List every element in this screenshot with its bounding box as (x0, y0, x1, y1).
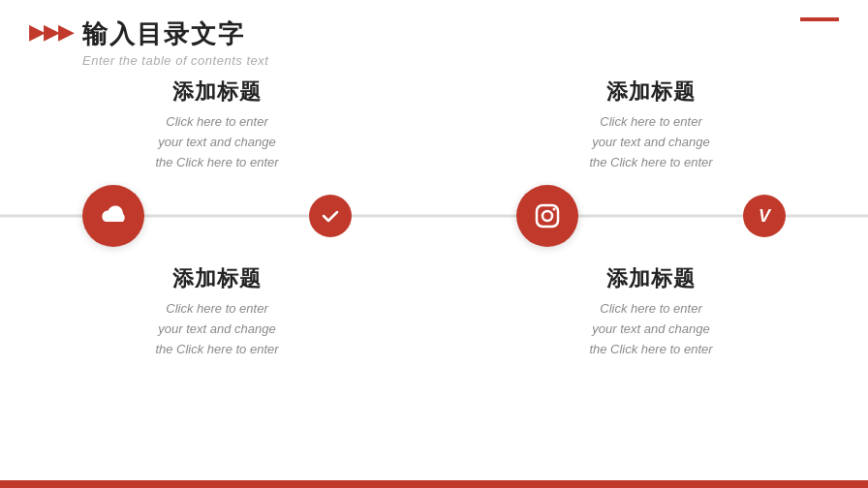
col2-bottom-line2: your text and change (592, 321, 709, 336)
col1-bottom-title: 添加标题 (172, 264, 262, 293)
col1-top-title: 添加标题 (172, 77, 262, 107)
col1-bottom-text: Click here to enter your text and change… (155, 299, 278, 359)
column-2-top: 添加标题 Click here to enter your text and c… (434, 77, 868, 172)
svg-point-2 (553, 208, 556, 211)
col1-top-line1: Click here to enter (166, 114, 268, 129)
header-subtitle: Enter the table of contents text (82, 53, 268, 68)
header-text-block: 输入目录文字 Enter the table of contents text (82, 17, 268, 68)
main-content: 添加标题 Click here to enter your text and c… (0, 77, 868, 360)
col2-top-line2: your text and change (592, 135, 709, 149)
col1-bottom-line2: your text and change (158, 321, 275, 336)
header-accent-line (800, 17, 839, 21)
top-columns: 添加标题 Click here to enter your text and c… (0, 77, 868, 172)
col1-timeline (0, 185, 434, 247)
col2-top-line3: the Click here to enter (589, 155, 712, 169)
cloud-icon (96, 198, 131, 233)
col1-top-text: Click here to enter your text and change… (155, 112, 278, 172)
check-icon-circle (309, 195, 352, 237)
col2-bottom-text: Click here to enter your text and change… (589, 299, 712, 359)
header-title: 输入目录文字 (82, 17, 268, 51)
col2-bottom-line1: Click here to enter (600, 301, 702, 316)
check-icon (320, 205, 341, 227)
timeline-row: V (0, 177, 868, 255)
col2-bottom-title: 添加标题 (606, 264, 696, 293)
cloud-icon-circle (82, 185, 144, 247)
col2-top-title: 添加标题 (606, 77, 696, 107)
column-1-bottom: 添加标题 Click here to enter your text and c… (0, 264, 434, 359)
instagram-icon (531, 199, 564, 232)
col1-bottom-line1: Click here to enter (166, 301, 268, 316)
col1-top-line3: the Click here to enter (155, 155, 278, 169)
header: ▶▶▶ 输入目录文字 Enter the table of contents t… (0, 0, 868, 68)
col1-top-line2: your text and change (158, 135, 275, 149)
bottom-columns: 添加标题 Click here to enter your text and c… (0, 264, 868, 359)
column-2-bottom: 添加标题 Click here to enter your text and c… (434, 264, 868, 359)
col2-top-line1: Click here to enter (600, 114, 702, 129)
instagram-icon-circle (516, 185, 578, 247)
col2-top-text: Click here to enter your text and change… (589, 112, 712, 172)
column-1-top: 添加标题 Click here to enter your text and c… (0, 77, 434, 172)
bottom-bar (0, 480, 868, 488)
col2-bottom-line3: the Click here to enter (589, 342, 712, 356)
col1-bottom-line3: the Click here to enter (155, 342, 278, 356)
vimeo-icon: V (759, 206, 770, 227)
col2-timeline: V (434, 185, 868, 247)
vimeo-icon-circle: V (743, 195, 786, 237)
header-arrows-icon: ▶▶▶ (29, 19, 73, 45)
svg-point-1 (542, 211, 552, 221)
